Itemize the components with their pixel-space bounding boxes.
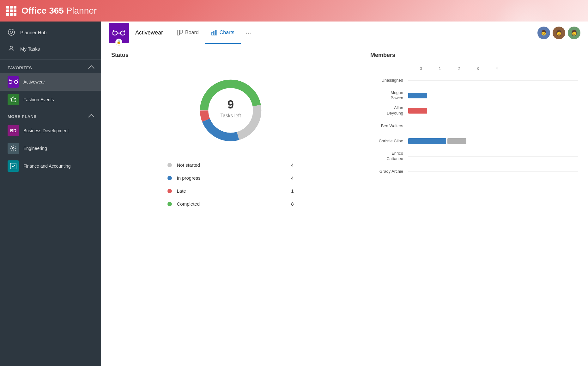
sidebar-item-business-dev[interactable]: BD Business Development	[0, 122, 101, 140]
ben-label: Ben Walters	[370, 123, 408, 129]
main-layout: Planner Hub My Tasks Favorites	[0, 22, 588, 366]
sidebar-my-tasks-label: My Tasks	[20, 46, 40, 52]
bar-row-unassigned: Unassigned	[370, 76, 578, 85]
fashion-events-icon	[8, 94, 19, 105]
sidebar-planner-hub-label: Planner Hub	[20, 30, 46, 35]
waffle-menu-icon[interactable]	[6, 6, 16, 16]
tab-charts[interactable]: Charts	[205, 22, 241, 44]
svg-rect-17	[212, 32, 213, 35]
engineering-label: Engineering	[23, 146, 47, 151]
favorites-chevron-icon[interactable]	[88, 65, 94, 71]
sidebar-item-activewear[interactable]: Activewear	[0, 73, 101, 91]
christie-blue-bar	[408, 138, 446, 144]
avatar-2[interactable]: 👩	[553, 27, 565, 39]
allan-bars	[408, 108, 578, 114]
svg-rect-11	[120, 31, 125, 35]
megan-label: MeganBowen	[370, 90, 408, 101]
grady-label: Grady Archie	[370, 169, 408, 174]
donut-chart-container: 9 Tasks left Not started 4	[111, 66, 350, 223]
christie-bars	[408, 138, 578, 144]
charts-icon	[211, 30, 217, 35]
svg-line-6	[9, 79, 10, 80]
svg-line-13	[113, 30, 114, 31]
favorites-label: Favorites	[8, 65, 32, 70]
legend-not-started: Not started 4	[167, 158, 294, 171]
x-tick-0: 0	[411, 66, 430, 71]
x-tick-1: 1	[430, 66, 449, 71]
bar-row-megan: MeganBowen	[370, 91, 578, 100]
nav-avatars: 👨 👩 👩	[537, 27, 580, 39]
late-label: Late	[177, 188, 186, 194]
plan-logo: 🔒	[109, 23, 129, 43]
svg-rect-3	[9, 80, 12, 84]
svg-point-2	[10, 46, 13, 49]
legend-late: Late 1	[167, 184, 294, 197]
megan-bars	[408, 92, 578, 99]
x-axis: 0 1 2 3 4	[411, 66, 578, 71]
app-title: Office 365 Planner	[21, 6, 97, 16]
svg-rect-15	[177, 30, 179, 35]
bar-row-grady: Grady Archie	[370, 167, 578, 176]
app-header: Office 365 Planner	[0, 0, 588, 22]
business-dev-icon: BD	[8, 125, 19, 136]
bar-row-allan: AllanDeyoung	[370, 106, 578, 115]
business-dev-label: Business Development	[23, 128, 69, 133]
svg-point-8	[12, 147, 14, 149]
status-panel: Status	[101, 44, 360, 366]
board-icon	[177, 30, 183, 35]
allan-label: AllanDeyoung	[370, 105, 408, 116]
finance-label: Finance and Accounting	[23, 164, 70, 169]
avatar-3[interactable]: 👩	[568, 27, 580, 39]
svg-rect-19	[215, 30, 217, 35]
svg-rect-10	[112, 31, 117, 35]
svg-rect-4	[15, 80, 18, 84]
more-plans-label: More plans	[8, 114, 37, 119]
sidebar-item-engineering[interactable]: Engineering	[0, 140, 101, 157]
favorites-section-header: Favorites	[0, 60, 101, 73]
svg-rect-16	[180, 30, 182, 33]
late-count: 1	[291, 188, 294, 194]
x-tick-4: 4	[487, 66, 506, 71]
charts-tab-label: Charts	[220, 30, 234, 35]
christie-label: Christie Cline	[370, 139, 408, 144]
enrico-bars	[408, 153, 578, 159]
svg-point-0	[8, 29, 15, 35]
tab-board[interactable]: Board	[171, 22, 205, 44]
in-progress-dot	[167, 176, 172, 180]
unassigned-bars	[408, 77, 578, 84]
status-legend: Not started 4 In progress 4	[167, 158, 294, 210]
svg-text:9: 9	[227, 98, 233, 111]
svg-rect-18	[214, 31, 215, 35]
christie-gray-bar	[447, 138, 466, 144]
activewear-icon	[8, 76, 19, 88]
sidebar-top: Planner Hub My Tasks	[0, 22, 101, 60]
nav-tabs: Activewear Board Charts	[135, 22, 537, 44]
sidebar-item-planner-hub[interactable]: Planner Hub	[0, 24, 101, 40]
lock-icon: 🔒	[115, 39, 122, 46]
content-area: 🔒 Activewear Board	[101, 22, 588, 366]
avatar-1[interactable]: 👨	[537, 27, 550, 39]
unassigned-label: Unassigned	[370, 78, 408, 83]
bar-row-enrico: EnricoCattaneo	[370, 152, 578, 161]
completed-label: Completed	[177, 201, 200, 207]
completed-count: 8	[291, 201, 294, 207]
bar-row-christie: Christie Cline	[370, 137, 578, 146]
enrico-label: EnricoCattaneo	[370, 151, 408, 162]
not-started-label: Not started	[177, 162, 200, 168]
more-tab-button[interactable]: ···	[241, 22, 256, 44]
svg-line-7	[17, 79, 17, 80]
fashion-events-label: Fashion Events	[23, 97, 54, 102]
sidebar-item-my-tasks[interactable]: My Tasks	[0, 40, 101, 57]
sidebar-item-fashion-events[interactable]: Fashion Events	[0, 91, 101, 109]
status-title: Status	[111, 52, 350, 59]
members-title: Members	[370, 52, 578, 59]
bar-row-ben: Ben Walters	[370, 121, 578, 130]
engineering-icon	[8, 143, 19, 154]
legend-completed: Completed 8	[167, 197, 294, 210]
nav-bar: 🔒 Activewear Board	[101, 22, 588, 44]
svg-text:Tasks left: Tasks left	[220, 113, 241, 118]
finance-icon	[8, 160, 19, 172]
allan-red-bar	[408, 108, 427, 114]
sidebar-item-finance[interactable]: Finance and Accounting	[0, 157, 101, 175]
more-plans-chevron-icon[interactable]	[88, 114, 94, 120]
